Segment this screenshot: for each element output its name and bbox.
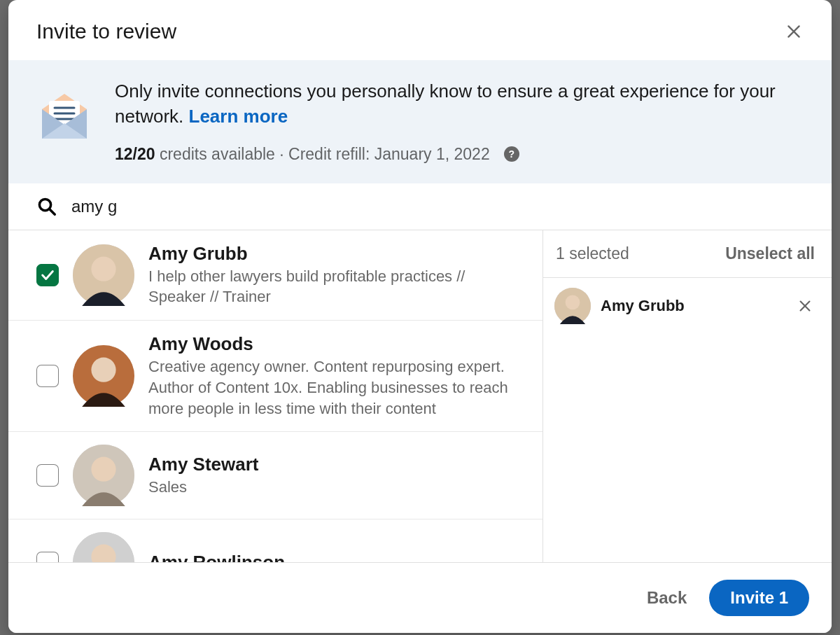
svg-line-9	[50, 209, 55, 215]
result-checkbox[interactable]	[36, 365, 59, 387]
person-headline: Creative agency owner. Content repurposi…	[148, 356, 526, 419]
avatar	[73, 445, 134, 506]
person-meta: Amy Rowlinson	[148, 552, 526, 562]
result-checkbox[interactable]	[36, 552, 59, 562]
selected-list: Amy Grubb	[543, 278, 832, 334]
svg-point-24	[566, 295, 580, 309]
results-column: Amy GrubbI help other lawyers build prof…	[8, 230, 543, 562]
avatar	[554, 288, 591, 324]
avatar	[73, 244, 134, 306]
invite-button[interactable]: Invite 1	[709, 580, 809, 616]
remove-button[interactable]	[795, 296, 815, 316]
body-split: Amy GrubbI help other lawyers build prof…	[8, 230, 832, 562]
modal-title: Invite to review	[36, 20, 176, 43]
back-button[interactable]: Back	[640, 582, 694, 613]
person-meta: Amy StewartSales	[148, 454, 526, 498]
credits-line: 12/20 credits available · Credit refill:…	[115, 145, 804, 164]
info-banner: Only invite connections you personally k…	[8, 60, 832, 183]
person-meta: Amy WoodsCreative agency owner. Content …	[148, 333, 526, 419]
person-name: Amy Rowlinson	[148, 552, 526, 562]
banner-message: Only invite connections you personally k…	[115, 78, 804, 130]
credits-text: credits available · Credit refill: Janua…	[155, 145, 490, 163]
modal-footer: Back Invite 1	[8, 562, 832, 633]
selected-count: 1 selected	[556, 244, 629, 263]
result-item[interactable]: Amy StewartSales	[8, 432, 542, 519]
avatar	[73, 345, 134, 407]
learn-more-link[interactable]: Learn more	[189, 106, 288, 127]
modal-header: Invite to review	[8, 0, 832, 60]
result-checkbox[interactable]	[36, 464, 59, 487]
search-input[interactable]	[71, 197, 804, 216]
avatar	[73, 532, 134, 562]
banner-text: Only invite connections you personally k…	[115, 78, 804, 164]
selected-column: 1 selected Unselect all Amy Grubb	[543, 230, 832, 562]
person-name: Amy Woods	[148, 333, 526, 355]
unselect-all-button[interactable]: Unselect all	[725, 244, 815, 263]
selected-item: Amy Grubb	[543, 278, 832, 334]
result-checkbox[interactable]	[36, 264, 59, 286]
close-icon	[785, 22, 803, 41]
selected-header: 1 selected Unselect all	[543, 230, 832, 278]
selected-name: Amy Grubb	[601, 297, 785, 315]
credits-count: 12/20	[115, 145, 155, 163]
envelope-icon	[36, 88, 92, 144]
person-name: Amy Grubb	[148, 243, 526, 265]
person-meta: Amy GrubbI help other lawyers build prof…	[148, 243, 526, 307]
close-button[interactable]	[783, 20, 805, 43]
close-icon	[797, 298, 813, 314]
svg-point-18	[91, 457, 115, 482]
person-name: Amy Stewart	[148, 454, 526, 475]
result-item[interactable]: Amy WoodsCreative agency owner. Content …	[8, 321, 542, 432]
svg-point-12	[91, 257, 115, 281]
invite-modal: Invite to review Only invite co	[8, 0, 832, 633]
svg-point-15	[91, 358, 115, 382]
person-headline: I help other lawyers build profitable pr…	[148, 266, 526, 307]
search-row	[8, 183, 832, 230]
help-icon[interactable]: ?	[504, 146, 519, 162]
result-item[interactable]: Amy GrubbI help other lawyers build prof…	[8, 230, 542, 321]
search-icon	[36, 196, 57, 217]
result-item[interactable]: Amy Rowlinson	[8, 519, 542, 562]
person-headline: Sales	[148, 477, 526, 498]
